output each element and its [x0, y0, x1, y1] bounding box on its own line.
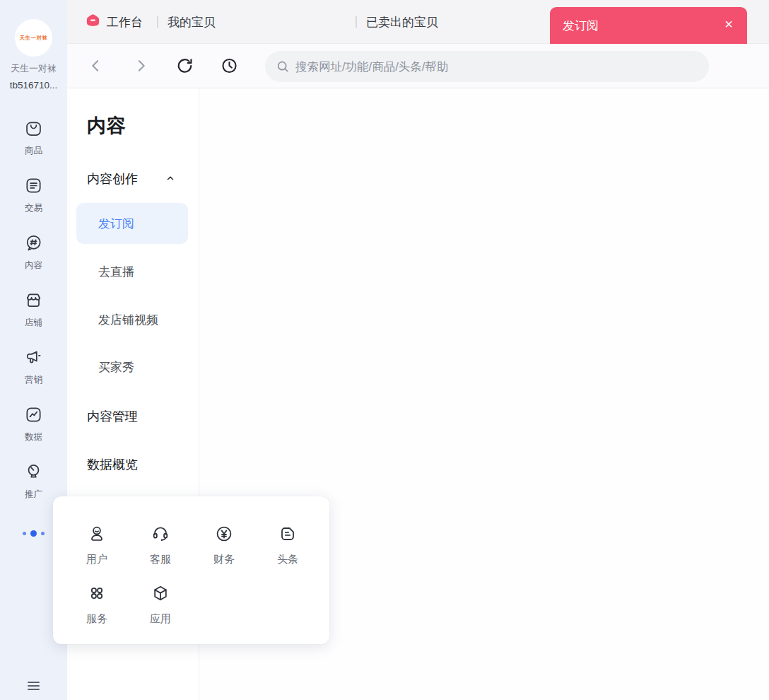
browser-nav-bar: [67, 44, 769, 88]
apps-cube-icon: [151, 583, 170, 606]
shop-id: tb516710...: [0, 80, 67, 91]
menu-item-buyer-show[interactable]: 买家秀: [98, 359, 134, 375]
storefront-icon: [24, 291, 43, 313]
tab-workbench[interactable]: 工作台: [86, 0, 143, 44]
workbench-label: 工作台: [107, 14, 143, 30]
popup-item-label: 客服: [150, 553, 171, 566]
sidebar-item-data[interactable]: 数据: [0, 405, 67, 443]
sidebar-item-label: 推广: [25, 489, 42, 501]
active-tab-label: 发订阅: [563, 18, 599, 34]
page-title: 内容: [87, 113, 127, 139]
popup-item-label: 财务: [213, 553, 235, 566]
popup-item-label: 应用: [150, 612, 171, 626]
avatar[interactable]: 天生一对袜: [15, 19, 52, 57]
headset-icon: [151, 524, 170, 547]
shop-logo: 天生一对袜: [20, 35, 48, 42]
menu-item-subscribe-selected[interactable]: 发订阅: [76, 203, 188, 244]
popup-item-finance[interactable]: 财务: [201, 524, 247, 566]
tab-sold-items[interactable]: 已卖出的宝贝: [366, 0, 438, 44]
user-icon: [87, 524, 107, 547]
popup-item-customer-service[interactable]: 客服: [138, 524, 183, 566]
popup-item-label: 用户: [86, 553, 107, 566]
hamburger-menu-button[interactable]: [25, 679, 42, 696]
search-input[interactable]: [295, 60, 698, 74]
tab-my-items[interactable]: 我的宝贝: [168, 0, 216, 44]
sidebar-item-shop[interactable]: 店铺: [0, 291, 67, 329]
menu-group-data-overview[interactable]: 数据概览: [87, 456, 138, 473]
popup-item-label: 服务: [86, 612, 107, 626]
chevron-up-icon[interactable]: [165, 173, 175, 183]
lightbulb-icon: [24, 462, 43, 484]
megaphone-icon: [24, 348, 43, 370]
sidebar-item-label: 交易: [25, 202, 42, 214]
popup-item-services[interactable]: 服务: [74, 583, 119, 626]
yuan-circle-icon: [214, 524, 234, 547]
tab-active-subscribe[interactable]: 发订阅 ×: [550, 7, 747, 44]
content-hash-bubble-icon: [24, 233, 43, 255]
trade-order-icon: [24, 176, 43, 198]
sidebar-item-promotion[interactable]: 推广: [0, 462, 67, 501]
ellipsis-dot-icon: [30, 530, 37, 537]
popup-item-headlines[interactable]: 头条: [265, 524, 310, 566]
goods-bag-icon: [24, 119, 43, 141]
menu-group-content-create[interactable]: 内容创作: [87, 170, 138, 187]
ellipsis-dot-icon: [23, 532, 26, 535]
line-chart-icon: [24, 405, 43, 427]
tab-separator: [157, 16, 158, 28]
close-icon[interactable]: ×: [720, 16, 737, 33]
tab-separator: [356, 16, 357, 28]
back-button[interactable]: [87, 57, 105, 75]
refresh-icon[interactable]: [176, 57, 194, 75]
sidebar-item-trade[interactable]: 交易: [0, 176, 67, 214]
history-clock-icon[interactable]: [221, 57, 238, 75]
services-dots-icon: [87, 583, 107, 606]
shop-name: 天生一对袜: [0, 62, 67, 75]
app-window: 天生一对袜 天生一对袜 tb516710... 商品 交易: [0, 0, 769, 700]
news-card-icon: [278, 524, 298, 547]
workbench-home-icon: [86, 13, 100, 31]
sidebar-item-label: 商品: [25, 145, 42, 157]
sidebar-item-goods[interactable]: 商品: [0, 119, 67, 157]
tab-bar: 工作台 我的宝贝 已卖出的宝贝 发订阅 ×: [67, 0, 769, 44]
menu-group-content-manage[interactable]: 内容管理: [87, 408, 138, 425]
more-apps-popup: 用户 客服 财务: [53, 496, 329, 644]
popup-item-users[interactable]: 用户: [74, 524, 119, 566]
sidebar-item-marketing[interactable]: 营销: [0, 348, 67, 386]
search-bar[interactable]: [265, 51, 709, 82]
popup-item-apps[interactable]: 应用: [138, 583, 183, 626]
popup-item-label: 头条: [277, 553, 298, 566]
menu-item-go-live[interactable]: 去直播: [98, 264, 134, 280]
sidebar-item-label: 内容: [25, 259, 42, 272]
sidebar-item-label: 营销: [25, 374, 42, 386]
sidebar-item-label: 店铺: [25, 317, 42, 329]
menu-item-shop-video[interactable]: 发店铺视频: [98, 312, 158, 328]
search-icon: [276, 59, 290, 74]
ellipsis-dot-icon: [41, 532, 45, 535]
sidebar-item-label: 数据: [25, 431, 42, 443]
forward-button[interactable]: [132, 57, 150, 75]
sidebar-item-content[interactable]: 内容: [0, 233, 67, 272]
